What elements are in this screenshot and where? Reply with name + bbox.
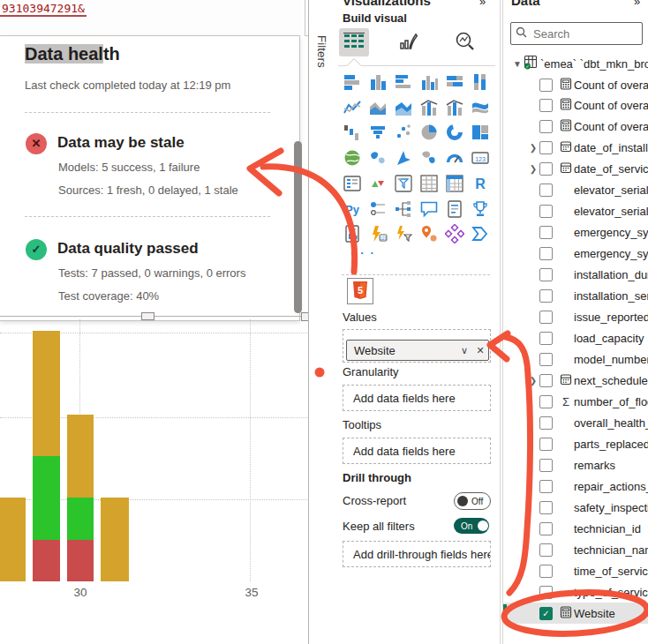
field-row-elevator-serial[interactable]: elevator_serial_...	[503, 201, 648, 222]
gallery-icon-smart-narrative[interactable]	[443, 198, 466, 221]
field-checkbox[interactable]	[539, 79, 553, 92]
field-checkbox[interactable]: ✓	[539, 607, 553, 620]
field-row-count-of-overal[interactable]: Count of overal...	[503, 74, 648, 95]
field-checkbox[interactable]	[539, 205, 553, 218]
more-visuals-button[interactable]: . . .	[350, 243, 375, 257]
gallery-icon-key-influencers[interactable]	[366, 198, 389, 221]
field-row-emergency-syst[interactable]: emergency_syst...	[503, 243, 648, 265]
gallery-icon-paginated-report[interactable]	[341, 222, 364, 245]
gallery-icon-line-stacked-column-combo[interactable]	[418, 96, 441, 119]
gallery-icon-clustered-bar-chart[interactable]	[392, 71, 415, 94]
card-scrollbar-thumb[interactable]	[294, 141, 302, 313]
remove-field-icon[interactable]: ✕	[472, 345, 488, 356]
visual-resize-handle[interactable]	[141, 312, 154, 320]
field-checkbox[interactable]	[539, 99, 553, 112]
gallery-icon-clustered-column-chart[interactable]	[418, 71, 441, 94]
gallery-icon-pie-chart[interactable]	[418, 121, 441, 144]
collapse-pane-icon[interactable]: »	[634, 0, 638, 8]
cross-report-toggle[interactable]: Off	[454, 492, 491, 510]
bar-28-gold-segment[interactable]	[0, 498, 26, 581]
expand-chevron-icon[interactable]: ❯	[527, 143, 539, 153]
gallery-icon-python-visual[interactable]: Py	[341, 198, 364, 221]
stacked-column-chart-visual[interactable]: 30 35	[0, 316, 308, 644]
gallery-icon-slicer[interactable]	[392, 172, 415, 195]
gallery-icon-power-automate-blue[interactable]	[469, 222, 492, 245]
field-row-count-of-overal[interactable]: Count of overal...	[503, 95, 648, 116]
gallery-icon-kpi[interactable]	[366, 172, 389, 195]
field-checkbox[interactable]	[539, 522, 553, 535]
field-pill-website[interactable]: Website ∨ ✕	[346, 340, 489, 361]
field-checkbox[interactable]	[539, 480, 553, 493]
gallery-icon-treemap[interactable]	[469, 121, 492, 144]
field-row-issue-reported[interactable]: issue_reported	[503, 307, 648, 328]
gallery-icon-ribbon-chart[interactable]	[469, 96, 492, 119]
gallery-icon-matrix[interactable]	[443, 172, 466, 195]
field-row-parts-replaced[interactable]: parts_replaced	[503, 433, 648, 454]
field-row-installation-serv[interactable]: installation_serv...	[503, 286, 648, 307]
gallery-icon-azure-map[interactable]	[392, 146, 415, 169]
field-checkbox[interactable]	[539, 438, 553, 451]
field-checkbox[interactable]	[539, 268, 553, 281]
field-checkbox[interactable]	[539, 332, 553, 345]
search-box[interactable]	[510, 22, 643, 45]
bar-29-green-segment[interactable]	[33, 456, 60, 540]
field-row-date-of-service[interactable]: ❯date_of_service	[503, 159, 648, 180]
field-row-installation-dur[interactable]: installation_dur...	[503, 265, 648, 286]
field-row-safety-inspectio[interactable]: safety_inspectio...	[503, 497, 648, 518]
field-checkbox[interactable]	[539, 395, 553, 408]
field-checkbox[interactable]	[539, 374, 553, 387]
gallery-icon-card[interactable]: 123	[469, 146, 492, 169]
field-row-elevator-serial[interactable]: elevator_serial_...	[503, 180, 648, 201]
keep-all-filters-toggle[interactable]: On	[454, 518, 489, 534]
field-row-repair-actions-t[interactable]: repair_actions_t...	[503, 476, 648, 497]
field-row-date-of-installa[interactable]: ❯date_of_installa...	[503, 138, 648, 159]
gallery-icon-map[interactable]	[341, 146, 364, 169]
gallery-icon-scatter-chart[interactable]	[392, 121, 415, 144]
filters-pane-collapsed[interactable]: Filters	[308, 0, 338, 644]
field-checkbox[interactable]	[539, 289, 553, 303]
field-checkbox[interactable]	[539, 183, 553, 197]
chevron-down-icon[interactable]: ∨	[456, 345, 472, 356]
bar-29-gold-segment[interactable]	[33, 331, 60, 456]
gallery-icon-area-chart[interactable]	[366, 96, 389, 119]
tab-analytics[interactable]	[450, 28, 480, 56]
field-row-next-scheduled[interactable]: ❯next_scheduled...	[503, 370, 648, 391]
field-row-remarks[interactable]: remarks	[503, 454, 648, 476]
table-row-root[interactable]: ▼ ✓ `emea` `dbt_mkn_bron...	[503, 53, 648, 74]
gallery-icon-funnel-chart[interactable]	[366, 121, 389, 144]
gallery-icon-r-script[interactable]: R	[469, 172, 492, 195]
gallery-icon-gauge[interactable]	[443, 146, 466, 169]
tooltips-field-well[interactable]: Add data fields here	[343, 438, 491, 464]
field-checkbox[interactable]	[539, 226, 553, 239]
field-checkbox[interactable]	[539, 162, 553, 176]
field-row-technician-name[interactable]: technician_name	[503, 539, 648, 560]
collapse-pane-icon[interactable]: »	[479, 0, 484, 8]
bar-30-gold-segment[interactable]	[67, 415, 94, 498]
tab-format-visual[interactable]	[393, 28, 423, 56]
gallery-icon-multi-row-card[interactable]	[341, 172, 364, 195]
gallery-icon-100-stacked-bar-chart[interactable]	[443, 71, 466, 94]
collapse-chevron-icon[interactable]: ▼	[511, 59, 524, 69]
gallery-icon-decomposition-tree[interactable]	[392, 198, 415, 221]
bar-29-red-segment[interactable]	[33, 540, 60, 581]
field-checkbox[interactable]	[539, 459, 553, 472]
field-checkbox[interactable]	[539, 120, 553, 133]
html5-custom-visual-button[interactable]: 5	[347, 278, 373, 304]
field-checkbox[interactable]	[539, 141, 553, 154]
gallery-icon-shape-map[interactable]	[418, 146, 441, 169]
gallery-icon-arcgis-map[interactable]	[418, 222, 441, 245]
gallery-icon-metrics[interactable]	[469, 198, 492, 221]
gallery-icon-stacked-bar-chart[interactable]	[341, 71, 364, 94]
field-checkbox[interactable]	[539, 311, 553, 324]
field-row-load-capacity[interactable]: load_capacity	[503, 328, 648, 349]
expand-chevron-icon[interactable]: ❯	[527, 164, 539, 174]
gallery-icon-power-apps[interactable]: 123	[366, 222, 389, 245]
gallery-icon-custom-visual-diamond[interactable]	[443, 222, 466, 245]
field-row-overall-health-c[interactable]: overall_health_c...	[503, 412, 648, 433]
field-row-number-of-floo[interactable]: Σnumber_of_floo...	[503, 391, 648, 412]
drill-through-field-well[interactable]: Add drill-through fields here	[343, 541, 491, 567]
gallery-icon-power-automate[interactable]	[392, 222, 415, 245]
field-checkbox[interactable]	[539, 416, 553, 430]
bar-31-gold-segment[interactable]	[101, 498, 129, 581]
gallery-icon-stacked-column-chart[interactable]	[366, 71, 389, 94]
